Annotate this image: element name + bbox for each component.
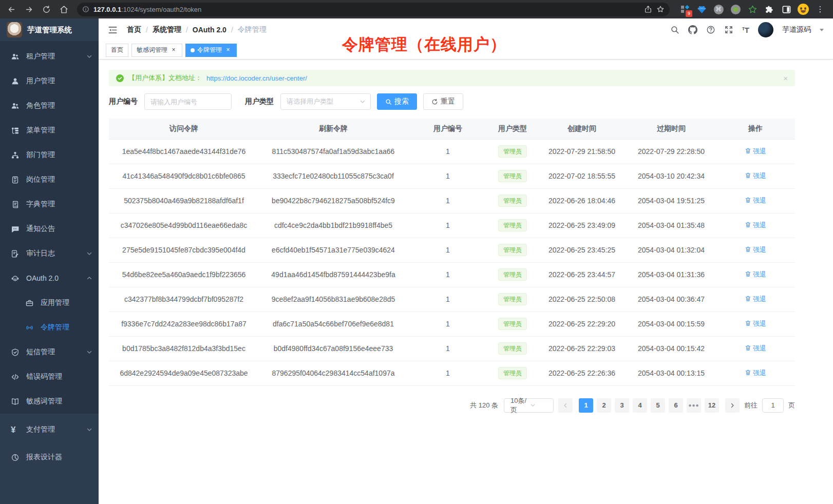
force-logout-button[interactable]: 强退 xyxy=(745,245,766,255)
page-size-select[interactable]: 10条/页 xyxy=(504,398,554,413)
doc-link[interactable]: https://doc.iocoder.cn/user-center/ xyxy=(206,74,307,82)
site-info-icon[interactable] xyxy=(82,6,89,13)
split-view-icon[interactable] xyxy=(781,4,792,15)
user-avatar[interactable] xyxy=(758,22,773,37)
pager-more-button[interactable]: ●●● xyxy=(687,398,701,413)
app-logo[interactable]: 芋道管理系统 xyxy=(0,18,99,41)
breadcrumb-system[interactable]: 系统管理 xyxy=(153,25,181,34)
extension-command-icon[interactable]: ⌘ xyxy=(713,4,724,15)
sidebar-item[interactable]: 错误码管理 xyxy=(0,364,99,389)
breadcrumb-home[interactable]: 首页 xyxy=(127,25,141,34)
force-logout-button[interactable]: 强退 xyxy=(745,171,766,181)
user-type-select[interactable]: 请选择用户类型 xyxy=(280,93,371,110)
profile-avatar-icon[interactable] xyxy=(798,4,809,15)
force-logout-button[interactable]: 强退 xyxy=(745,196,766,205)
sidebar-item[interactable]: 租户管理 xyxy=(0,44,99,69)
username[interactable]: 芋道源码 xyxy=(782,25,811,34)
sidebar-item[interactable]: 审计日志 xyxy=(0,241,99,266)
force-logout-button[interactable]: 强退 xyxy=(745,369,766,378)
sidebar-item[interactable]: 岗位管理 xyxy=(0,167,99,192)
force-logout-button[interactable]: 强退 xyxy=(745,147,766,156)
user-type-cell: 管理员 xyxy=(488,361,537,385)
github-icon[interactable] xyxy=(688,25,697,34)
sidebar-item[interactable]: 用户管理 xyxy=(0,69,99,93)
force-logout-button[interactable]: 强退 xyxy=(745,319,766,328)
user-id-input[interactable] xyxy=(144,93,232,110)
sidebar: 芋道管理系统 租户管理用户管理角色管理菜单管理部门管理岗位管理字典管理通知公告审… xyxy=(0,18,99,504)
sidebar-item[interactable]: OAuth 2.0 xyxy=(0,266,99,290)
next-page-button[interactable] xyxy=(725,398,740,413)
user-type-cell: 管理员 xyxy=(488,164,537,188)
close-icon[interactable]: × xyxy=(170,47,177,54)
expire-time-cell: 2054-03-04 00:13:15 xyxy=(627,361,716,385)
extension-puzzle-icon[interactable] xyxy=(764,4,775,15)
search-icon[interactable] xyxy=(670,25,679,34)
browser-back-icon[interactable] xyxy=(4,2,18,16)
chevron-down-icon xyxy=(530,402,550,408)
access-token-cell: 41c41346a548490f9dc8b01c6bfe0865 xyxy=(109,164,259,188)
sidebar-item[interactable]: 部门管理 xyxy=(0,143,99,167)
sidebar-item[interactable]: 角色管理 xyxy=(0,93,99,118)
pagination: 共 120 条 10条/页 123456●●●12 前往 页 xyxy=(109,398,795,413)
reset-button[interactable]: 重置 xyxy=(423,93,463,110)
force-logout-button[interactable]: 强退 xyxy=(745,344,766,353)
tab-home[interactable]: 首页 xyxy=(106,44,128,57)
sidebar-item[interactable]: 报表设计器 xyxy=(0,443,99,471)
share-icon[interactable] xyxy=(644,5,652,13)
sidebar-item[interactable]: 令牌管理 xyxy=(0,315,99,340)
table-row: 41c41346a548490f9dc8b01c6bfe0865333ecfc7… xyxy=(109,164,795,188)
page-button[interactable]: 5 xyxy=(651,398,665,413)
extension-gem-icon[interactable] xyxy=(696,4,707,15)
logo-image xyxy=(7,22,22,37)
extension-grid-icon[interactable]: 9 xyxy=(679,4,690,15)
fullscreen-icon[interactable] xyxy=(724,25,733,34)
page-button[interactable]: 6 xyxy=(669,398,683,413)
browser-toolbar: 127.0.0.1:1024/system/oauth2/token 9 ⌘ ⋮ xyxy=(0,0,833,18)
page-button[interactable]: 4 xyxy=(633,398,647,413)
force-logout-button[interactable]: 强退 xyxy=(745,221,766,230)
search-button[interactable]: 搜索 xyxy=(377,93,417,110)
sidebar-item[interactable]: 字典管理 xyxy=(0,192,99,217)
goto-page-input[interactable] xyxy=(762,398,784,413)
user-type-cell: 管理员 xyxy=(488,188,537,213)
bookmark-star-icon[interactable] xyxy=(656,5,665,13)
action-cell: 强退 xyxy=(716,361,795,385)
page-button[interactable]: 1 xyxy=(579,398,593,413)
sidebar-item[interactable]: 短信管理 xyxy=(0,340,99,364)
address-bar[interactable]: 127.0.0.1:1024/system/oauth2/token xyxy=(77,3,670,16)
user-type-badge: 管理员 xyxy=(498,268,527,281)
users-icon xyxy=(11,102,20,110)
close-icon[interactable]: × xyxy=(224,47,232,54)
action-cell: 强退 xyxy=(716,139,795,164)
extension-record-icon[interactable] xyxy=(730,4,741,15)
sidebar-item[interactable]: 敏感词管理 xyxy=(0,389,99,414)
shield-icon xyxy=(11,348,20,357)
sidebar-item[interactable]: 菜单管理 xyxy=(0,118,99,143)
prev-page-button[interactable] xyxy=(558,398,573,413)
tab-sensitive-words[interactable]: 敏感词管理× xyxy=(131,44,182,57)
sidebar-item[interactable]: 通知公告 xyxy=(0,217,99,241)
page-button[interactable]: 2 xyxy=(597,398,611,413)
page-button[interactable]: 3 xyxy=(615,398,629,413)
font-size-icon[interactable]: тT xyxy=(742,26,749,34)
force-logout-button[interactable]: 强退 xyxy=(745,295,766,304)
sidebar-item-label: 用户管理 xyxy=(26,76,92,86)
help-icon[interactable] xyxy=(706,25,715,34)
force-logout-button[interactable]: 强退 xyxy=(745,270,766,279)
sidebar-item[interactable]: 应用管理 xyxy=(0,290,99,315)
browser-forward-icon[interactable] xyxy=(22,2,36,16)
browser-reload-icon[interactable] xyxy=(39,2,53,16)
trash-icon xyxy=(745,369,751,377)
browser-menu-icon[interactable]: ⋮ xyxy=(815,4,826,15)
extension-star-icon[interactable] xyxy=(747,4,758,15)
page-button[interactable]: 12 xyxy=(705,398,719,413)
action-cell: 强退 xyxy=(716,188,795,213)
breadcrumb-oauth[interactable]: OAuth 2.0 xyxy=(193,26,226,34)
alert-close-icon[interactable]: × xyxy=(783,74,788,83)
main-content: 【用户体系】文档地址： https://doc.iocoder.cn/user-… xyxy=(99,60,833,413)
sidebar-fold-icon[interactable] xyxy=(108,25,118,35)
chevron-down-icon[interactable] xyxy=(820,29,824,33)
tab-token-management[interactable]: 令牌管理× xyxy=(185,44,237,57)
browser-home-icon[interactable] xyxy=(56,2,71,16)
sidebar-item[interactable]: ¥支付管理 xyxy=(0,416,99,443)
